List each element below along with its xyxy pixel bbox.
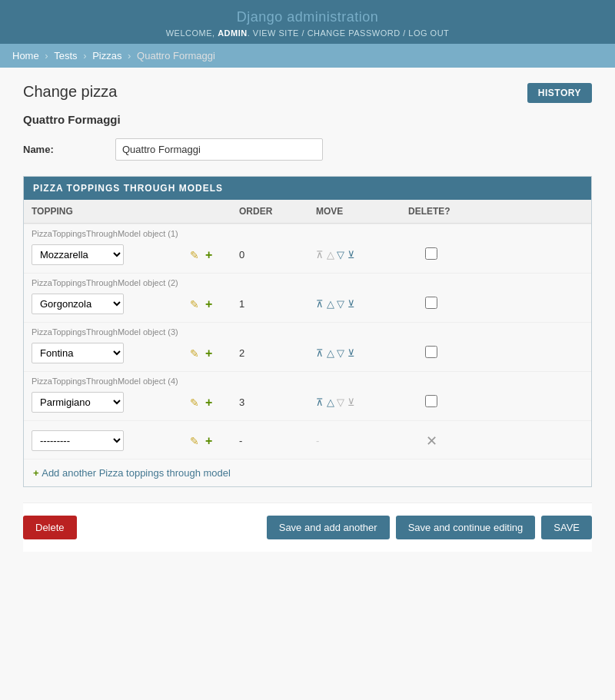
move-cell-3: ⊼ △ ▽ ⊻ [308, 344, 401, 362]
breadcrumb-current: Quattro Formaggi [137, 50, 215, 61]
move-first-icon-4[interactable]: ⊼ [316, 396, 324, 408]
topping-select-4[interactable]: Mozzarella Gorgonzola Fontina Parmigiano [32, 392, 124, 413]
delete-checkbox-1[interactable] [425, 247, 437, 260]
save-button[interactable]: SAVE [541, 516, 592, 539]
history-button[interactable]: HISTORY [527, 83, 592, 103]
topping-cell-2: Mozzarella Gorgonzola Fontina Parmigiano [24, 290, 185, 317]
delete-cell-3 [401, 343, 462, 363]
welcome-text: WELCOME, [166, 28, 215, 38]
row-actions-3: ✎ + [185, 343, 231, 363]
table-row: PizzaToppingsThroughModel object (1) Moz… [24, 224, 591, 273]
topping-select-1[interactable]: Mozzarella Gorgonzola Fontina Parmigiano [32, 244, 124, 265]
add-icon-empty[interactable]: + [205, 434, 212, 448]
action-bar: Delete Save and add another Save and con… [23, 503, 592, 552]
name-input[interactable] [115, 138, 323, 161]
topping-select-3[interactable]: Mozzarella Gorgonzola Fontina Parmigiano [32, 343, 124, 363]
row-body-3: Mozzarella Gorgonzola Fontina Parmigiano… [24, 337, 591, 371]
row-actions-2: ✎ + [185, 294, 231, 314]
table-row: PizzaToppingsThroughModel object (2) Moz… [24, 273, 591, 322]
change-password-link[interactable]: CHANGE PASSWORD [308, 28, 401, 38]
add-another-link[interactable]: Add another Pizza toppings through model [33, 467, 231, 479]
edit-icon-4[interactable]: ✎ [190, 396, 199, 409]
add-another-row: Add another Pizza toppings through model [24, 459, 591, 486]
add-icon-2[interactable]: + [205, 297, 212, 311]
save-continue-button[interactable]: Save and continue editing [396, 516, 536, 539]
col-header-move: MOVE [308, 200, 401, 223]
view-site-link[interactable]: VIEW SITE [253, 28, 299, 38]
row-actions-empty: ✎ + [185, 431, 231, 451]
move-up-icon-4[interactable]: △ [327, 396, 334, 408]
delete-checkbox-4[interactable] [425, 395, 437, 407]
move-up-icon-1[interactable]: △ [327, 249, 334, 260]
move-last-icon-1[interactable]: ⊻ [347, 249, 355, 260]
add-icon-4[interactable]: + [205, 396, 212, 410]
delete-circle-icon[interactable]: ✕ [426, 433, 437, 449]
row-body-2: Mozzarella Gorgonzola Fontina Parmigiano… [24, 287, 591, 322]
move-up-icon-2[interactable]: △ [327, 298, 334, 310]
order-cell-3: 2 [231, 344, 308, 362]
move-down-icon-4[interactable]: ▽ [337, 396, 344, 408]
log-out-link[interactable]: LOG OUT [408, 28, 449, 38]
move-up-icon-3[interactable]: △ [327, 347, 334, 359]
row-body-empty: --------- Mozzarella Gorgonzola Fontina … [24, 421, 591, 459]
move-cell-4: ⊼ △ ▽ ⊻ [308, 393, 401, 411]
move-placeholder: - [316, 435, 319, 446]
object-title: Quattro Formaggi [23, 113, 592, 126]
topping-cell-empty: --------- Mozzarella Gorgonzola Fontina … [24, 427, 185, 454]
move-last-icon-4[interactable]: ⊻ [347, 396, 355, 408]
order-cell-2: 1 [231, 295, 308, 313]
page-header-row: HISTORY Change pizza [23, 83, 592, 113]
move-down-icon-2[interactable]: ▽ [337, 298, 344, 310]
add-icon-1[interactable]: + [205, 248, 212, 262]
move-first-icon-2[interactable]: ⊼ [316, 298, 324, 310]
edit-icon-2[interactable]: ✎ [190, 298, 199, 310]
row-actions-1: ✎ + [185, 245, 231, 265]
delete-button[interactable]: Delete [23, 516, 77, 539]
topping-select-empty[interactable]: --------- Mozzarella Gorgonzola Fontina … [32, 430, 124, 451]
topping-cell-1: Mozzarella Gorgonzola Fontina Parmigiano [24, 241, 185, 268]
table-row: PizzaToppingsThroughModel object (4) Moz… [24, 371, 591, 420]
breadcrumb: Home › Tests › Pizzas › Quattro Formaggi [0, 44, 615, 68]
row-label-2: PizzaToppingsThroughModel object (2) [24, 274, 591, 287]
edit-icon-3[interactable]: ✎ [190, 347, 199, 360]
main-content: HISTORY Change pizza Quattro Formaggi Na… [0, 68, 615, 567]
table-row: PizzaToppingsThroughModel object (3) Moz… [24, 322, 591, 371]
topping-select-2[interactable]: Mozzarella Gorgonzola Fontina Parmigiano [32, 294, 124, 314]
row-actions-4: ✎ + [185, 393, 231, 413]
add-icon-3[interactable]: + [205, 347, 212, 360]
move-cell-empty: - [308, 432, 401, 450]
move-cell-1: ⊼ △ ▽ ⊻ [308, 246, 401, 264]
move-first-icon-3[interactable]: ⊼ [316, 347, 324, 359]
page-title: Change pizza [23, 83, 592, 101]
pizza-toppings-inline: PIZZA TOPPINGS THROUGH MODELS TOPPING OR… [23, 176, 592, 487]
name-field [115, 138, 323, 161]
order-cell-empty: - [231, 432, 308, 450]
inline-section-title: PIZZA TOPPINGS THROUGH MODELS [24, 177, 591, 200]
move-cell-2: ⊼ △ ▽ ⊻ [308, 295, 401, 313]
table-header-row: TOPPING ORDER MOVE DELETE? [24, 200, 591, 224]
edit-icon-1[interactable]: ✎ [190, 249, 199, 261]
row-label-1: PizzaToppingsThroughModel object (1) [24, 224, 591, 238]
edit-icon-empty[interactable]: ✎ [190, 435, 199, 447]
breadcrumb-pizzas[interactable]: Pizzas [92, 50, 121, 61]
delete-checkbox-3[interactable] [425, 346, 437, 358]
topping-cell-4: Mozzarella Gorgonzola Fontina Parmigiano [24, 389, 185, 416]
move-last-icon-2[interactable]: ⊻ [347, 298, 355, 310]
order-cell-4: 3 [231, 393, 308, 411]
move-down-icon-3[interactable]: ▽ [337, 347, 344, 359]
delete-checkbox-2[interactable] [425, 297, 437, 309]
move-last-icon-3[interactable]: ⊻ [347, 347, 355, 359]
col-header-topping: TOPPING [24, 200, 231, 223]
breadcrumb-home[interactable]: Home [12, 50, 39, 61]
site-title: Django administration [0, 9, 615, 25]
move-first-icon-1[interactable]: ⊼ [316, 249, 324, 260]
move-down-icon-1[interactable]: ▽ [337, 249, 344, 260]
site-header: Django administration WELCOME, ADMIN. VI… [0, 0, 615, 44]
delete-cell-2 [401, 294, 462, 314]
order-cell-1: 0 [231, 246, 308, 264]
row-label-3: PizzaToppingsThroughModel object (3) [24, 323, 591, 337]
breadcrumb-tests[interactable]: Tests [54, 50, 77, 61]
save-add-button[interactable]: Save and add another [267, 516, 390, 539]
table-row-empty: --------- Mozzarella Gorgonzola Fontina … [24, 420, 591, 459]
name-label: Name: [23, 144, 115, 155]
